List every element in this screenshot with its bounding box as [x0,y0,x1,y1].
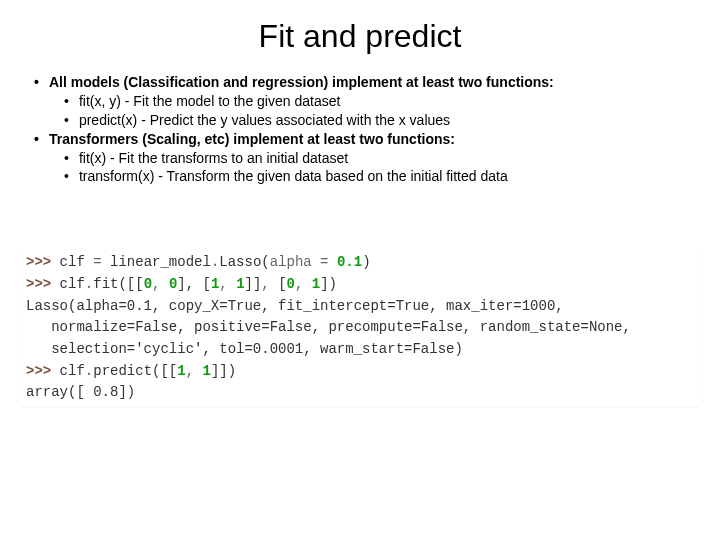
code-output-4: array([ 0.8]) [26,382,700,404]
code-output-3: selection='cyclic', tol=0.0001, warm_sta… [26,339,700,361]
bullet-b: Transformers (Scaling, etc) implement at… [34,130,700,149]
slide-title: Fit and predict [20,18,700,55]
bullet-list: All models (Classification and regressio… [34,73,700,186]
prompt: >>> [26,276,60,292]
bullet-b1: fit(x) - Fit the transforms to an initia… [64,149,700,168]
code-line-3: >>> clf.predict([[1, 1]]) [26,361,700,383]
code-output-1: Lasso(alpha=0.1, copy_X=True, fit_interc… [26,296,700,318]
bullet-b2: transform(x) - Transform the given data … [64,167,700,186]
code-line-1: >>> clf = linear_model.Lasso(alpha = 0.1… [26,252,700,274]
prompt: >>> [26,254,60,270]
code-line-2: >>> clf.fit([[0, 0], [1, 1]], [0, 1]) [26,274,700,296]
bullet-a2: predict(x) - Predict the y values associ… [64,111,700,130]
bullet-a1: fit(x, y) - Fit the model to the given d… [64,92,700,111]
bullet-a: All models (Classification and regressio… [34,73,700,92]
code-output-2: normalize=False, positive=False, precomp… [26,317,700,339]
prompt: >>> [26,363,60,379]
code-block: >>> clf = linear_model.Lasso(alpha = 0.1… [20,250,700,406]
